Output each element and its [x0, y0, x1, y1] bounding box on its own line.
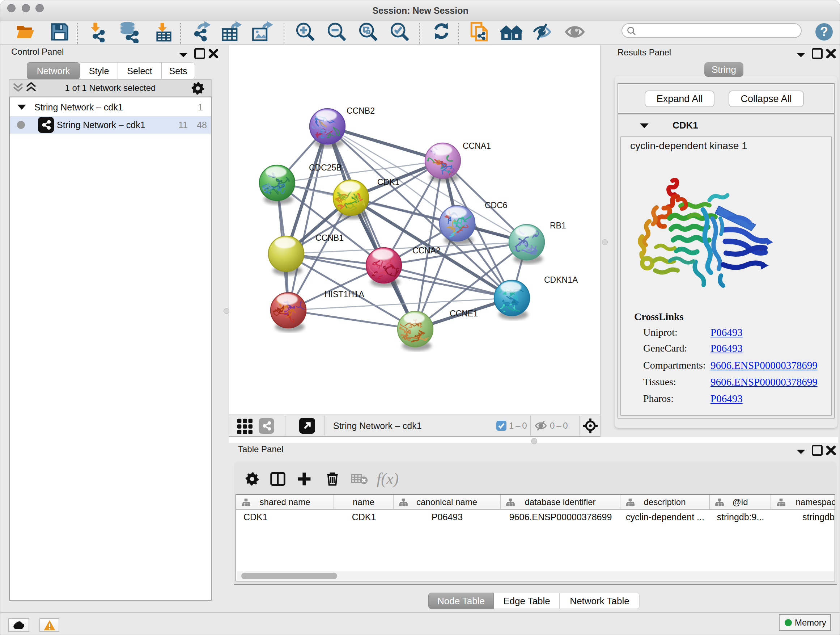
svg-text:RB1: RB1 — [550, 221, 566, 230]
svg-text:CCNB2: CCNB2 — [347, 106, 375, 116]
svg-text:CCNE1: CCNE1 — [450, 309, 478, 318]
svg-text:CCNA2: CCNA2 — [412, 246, 441, 255]
svg-text:CDK1: CDK1 — [377, 177, 399, 187]
svg-text:CCNA1: CCNA1 — [463, 141, 491, 150]
svg-text:HIST1H1A: HIST1H1A — [325, 290, 365, 299]
svg-text:CDC6: CDC6 — [485, 201, 508, 210]
svg-text:CDKN1A: CDKN1A — [544, 275, 578, 285]
svg-text:CDC25B: CDC25B — [309, 163, 342, 172]
svg-text:CCNB1: CCNB1 — [316, 233, 344, 242]
